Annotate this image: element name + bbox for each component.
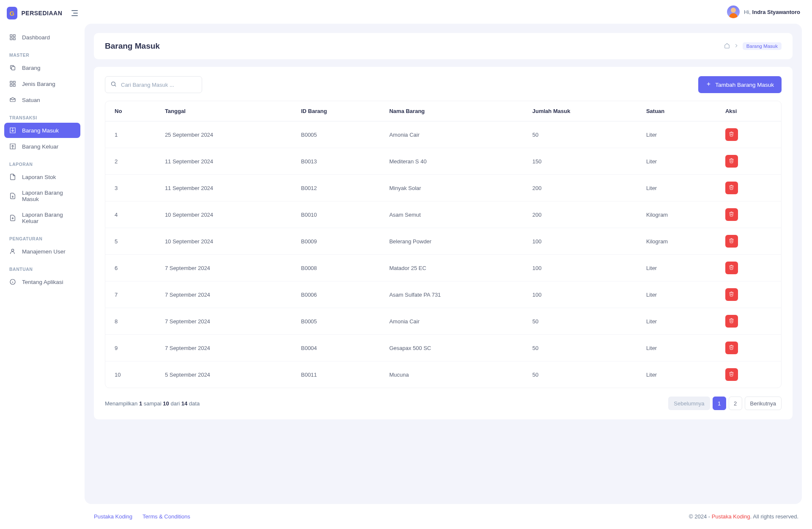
sidebar-item-barang[interactable]: Barang (4, 60, 80, 75)
cell-satuan: Liter (639, 335, 718, 361)
pagination-prev[interactable]: Sebelumnya (668, 397, 710, 410)
svg-point-13 (112, 82, 115, 86)
breadcrumb-current: Barang Masuk (743, 42, 782, 50)
cell-jumlah: 100 (525, 255, 639, 281)
column-header: Nama Barang (381, 101, 524, 121)
header-bar: Hi, Indra Styawantoro (85, 0, 812, 24)
delete-button[interactable] (725, 208, 738, 221)
logo-row: G PERSEDIAAN (4, 7, 80, 19)
sidebar-item-jenis-barang[interactable]: Jenis Barang (4, 76, 80, 91)
column-header: Jumlah Masuk (525, 101, 639, 121)
cell-nama: Asam Sulfate PA 731 (381, 281, 524, 308)
trash-icon (729, 131, 734, 138)
cell-no: 5 (105, 228, 157, 255)
cell-nama: Gesapax 500 SC (381, 335, 524, 361)
svg-rect-5 (10, 81, 12, 83)
cell-satuan: Liter (639, 361, 718, 388)
cell-aksi (718, 281, 781, 308)
cell-no: 7 (105, 281, 157, 308)
cell-satuan: Kilogram (639, 201, 718, 228)
cell-tanggal: 11 September 2024 (157, 175, 294, 201)
sidebar-item-satuan[interactable]: Satuan (4, 92, 80, 107)
inbox-out-icon (9, 143, 16, 150)
sidebar: G PERSEDIAAN Dashboard MASTER Barang Jen… (0, 0, 85, 529)
add-barang-masuk-button[interactable]: Tambah Barang Masuk (698, 76, 782, 93)
home-icon[interactable] (724, 43, 730, 50)
footer-copyright: © 2024 - Pustaka Koding. All rights rese… (689, 513, 798, 520)
cell-jumlah: 50 (525, 308, 639, 335)
box-icon (9, 96, 16, 103)
table-card-wrapper: Tambah Barang Masuk NoTanggalID BarangNa… (94, 67, 793, 419)
pagination-next[interactable]: Berikutnya (745, 397, 782, 410)
delete-button[interactable] (725, 315, 738, 328)
sidebar-item-label: Tentang Aplikasi (22, 279, 63, 285)
sidebar-item-label: Laporan Barang Masuk (22, 190, 75, 202)
svg-line-14 (115, 85, 116, 86)
sidebar-item-laporan-barang-masuk[interactable]: Laporan Barang Masuk (4, 185, 80, 207)
cell-nama: Belerang Powder (381, 228, 524, 255)
sidebar-item-laporan-stok[interactable]: Laporan Stok (4, 169, 80, 185)
pagination-page-2[interactable]: 2 (729, 397, 742, 410)
table-row: 125 September 2024B0005Amonia Cair50Lite… (105, 121, 781, 148)
cell-nama: Amonia Cair (381, 308, 524, 335)
user-greeting: Hi, Indra Styawantoro (744, 9, 800, 15)
search-icon (110, 81, 117, 88)
delete-button[interactable] (725, 182, 738, 194)
pagination-page-1[interactable]: 1 (713, 397, 726, 410)
cell-nama: Mucuna (381, 361, 524, 388)
cell-nama: Minyak Solar (381, 175, 524, 201)
cell-tanggal: 10 September 2024 (157, 228, 294, 255)
chevron-right-icon (733, 43, 739, 50)
table-row: 510 September 2024B0009Belerang Powder10… (105, 228, 781, 255)
sidebar-item-barang-keluar[interactable]: Barang Keluar (4, 139, 80, 154)
sidebar-item-manajemen-user[interactable]: Manajemen User (4, 244, 80, 259)
menu-toggle-icon[interactable] (71, 10, 78, 16)
cell-id: B0010 (294, 201, 382, 228)
table-row: 67 September 2024B0008Matador 25 EC100Li… (105, 255, 781, 281)
pagination: Sebelumnya 12 Berikutnya (668, 397, 782, 410)
cell-nama: Amonia Cair (381, 121, 524, 148)
trash-icon (729, 264, 734, 271)
info-icon (9, 278, 16, 285)
delete-button[interactable] (725, 155, 738, 168)
delete-button[interactable] (725, 288, 738, 301)
sidebar-item-laporan-barang-keluar[interactable]: Laporan Barang Keluar (4, 207, 80, 229)
file-out-icon (9, 215, 16, 221)
delete-button[interactable] (725, 342, 738, 354)
user-menu[interactable]: Hi, Indra Styawantoro (727, 6, 800, 18)
delete-button[interactable] (725, 128, 738, 141)
svg-rect-0 (10, 35, 12, 37)
cell-tanggal: 7 September 2024 (157, 255, 294, 281)
trash-icon (729, 291, 734, 298)
section-title-pengaturan: PENGATURAN (4, 233, 80, 244)
user-icon (9, 248, 16, 255)
section-title-bantuan: BANTUAN (4, 263, 80, 274)
trash-icon (729, 238, 734, 245)
delete-button[interactable] (725, 235, 738, 248)
cell-satuan: Liter (639, 148, 718, 175)
table-row: 311 September 2024B0012Minyak Solar200Li… (105, 175, 781, 201)
cell-no: 9 (105, 335, 157, 361)
sidebar-item-label: Manajemen User (22, 248, 66, 255)
search-input[interactable] (121, 82, 197, 88)
file-icon (9, 174, 16, 180)
copy-icon (9, 64, 16, 71)
sidebar-item-dashboard[interactable]: Dashboard (4, 30, 80, 45)
footer-link-terms[interactable]: Terms & Conditions (143, 513, 190, 520)
column-header: Tanggal (157, 101, 294, 121)
sidebar-item-barang-masuk[interactable]: Barang Masuk (4, 123, 80, 138)
table-row: 97 September 2024B0004Gesapax 500 SC50Li… (105, 335, 781, 361)
trash-icon (729, 211, 734, 218)
cell-aksi (718, 148, 781, 175)
sidebar-item-label: Barang Keluar (22, 143, 58, 150)
cell-tanggal: 5 September 2024 (157, 361, 294, 388)
file-in-icon (9, 193, 16, 199)
delete-button[interactable] (725, 368, 738, 381)
cell-satuan: Liter (639, 255, 718, 281)
svg-rect-1 (13, 35, 15, 37)
footer-link-pustaka[interactable]: Pustaka Koding (94, 513, 132, 520)
cell-no: 8 (105, 308, 157, 335)
content-area: Barang Masuk Barang Masuk Tambah Barang … (85, 24, 802, 504)
sidebar-item-tentang-aplikasi[interactable]: Tentang Aplikasi (4, 274, 80, 289)
delete-button[interactable] (725, 262, 738, 274)
